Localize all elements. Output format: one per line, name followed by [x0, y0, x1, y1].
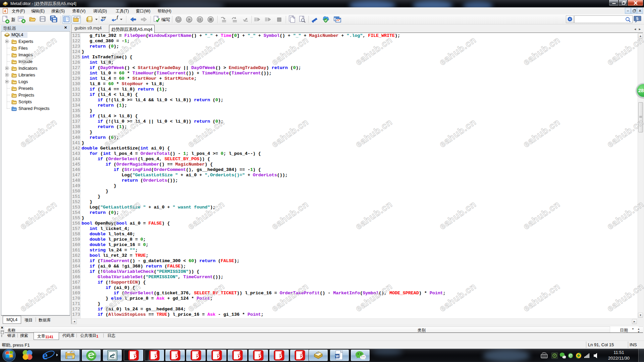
svg-text:proj: proj	[19, 17, 23, 19]
svg-text:新: 新	[11, 17, 15, 22]
svg-text:5: 5	[636, 16, 639, 21]
svg-text:编写: 编写	[161, 17, 170, 22]
svg-text:f: f	[117, 15, 118, 19]
svg-text:var: var	[102, 16, 106, 19]
svg-text:4: 4	[4, 9, 6, 13]
svg-text:W: W	[336, 355, 339, 358]
